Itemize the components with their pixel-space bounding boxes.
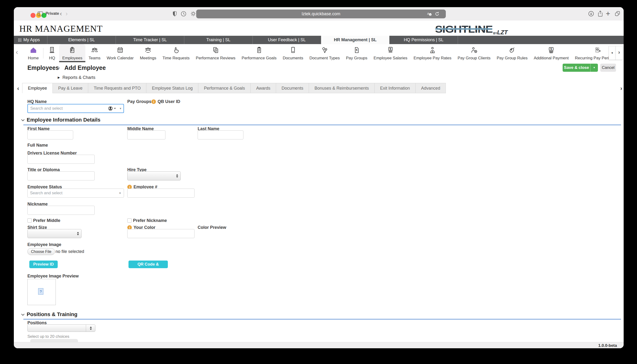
form-tab-documents[interactable]: Documents (276, 83, 309, 93)
employee-status-caret-icon[interactable] (119, 192, 121, 194)
save-and-close-button[interactable]: Save & close (562, 64, 590, 72)
settings-gear-icon[interactable] (190, 10, 196, 17)
employee-status-input[interactable] (28, 188, 124, 198)
prefer-nickname-checkbox[interactable] (127, 218, 132, 223)
page-additional-payment[interactable]: $ Additional Payment (531, 44, 572, 62)
form-tab-advanced[interactable]: Advanced (415, 83, 446, 93)
back-icon[interactable] (60, 10, 62, 18)
browser-chrome: Private lztek.quickbase.com Aa (14, 7, 624, 21)
page-documents[interactable]: Documents (280, 44, 306, 62)
positions-stepper[interactable] (86, 325, 95, 332)
hq-name-dropdown-caret-icon[interactable] (119, 107, 122, 110)
reload-icon[interactable] (434, 12, 440, 18)
hq-user-picker-icon[interactable] (108, 106, 116, 112)
tabs-overview-icon[interactable] (614, 10, 621, 17)
section-collapse-icon[interactable] (21, 313, 25, 317)
nickname-input[interactable] (28, 206, 95, 215)
form-tab-pay-leave[interactable]: Pay & Leave (52, 83, 88, 93)
page-teams[interactable]: Teams (85, 44, 104, 62)
translate-icon[interactable]: Aa (427, 12, 432, 18)
form-tab-employee-status-log[interactable]: Employee Status Log (146, 83, 198, 93)
section-underline (23, 319, 621, 320)
prefer-middle-checkbox[interactable] (28, 218, 32, 223)
form-tab-exit-information[interactable]: Exit Information (374, 83, 416, 93)
breadcrumb-separator (58, 65, 60, 70)
form-tab-time-requests-pto[interactable]: Time Requests and PTO (88, 83, 146, 93)
page-overflow-caret-button[interactable] (609, 46, 616, 60)
scroll-right-icon[interactable] (616, 46, 623, 60)
hire-type-select[interactable] (127, 172, 181, 180)
qr-code-employee-button[interactable]: QR Code & Employee # (128, 260, 168, 268)
tab-user-feedback[interactable]: User Feedback | SL (253, 36, 321, 44)
page-hq[interactable]: HQ (45, 44, 59, 62)
preview-id-card-button[interactable]: Preview ID Card (29, 260, 58, 268)
svg-text:$: $ (550, 47, 552, 50)
page-pay-group-rules[interactable]: Pay Group Rules (494, 44, 531, 62)
page-document-types[interactable]: Document Types (306, 44, 343, 62)
history-clock-icon[interactable] (180, 11, 187, 17)
scroll-left-icon[interactable] (16, 48, 18, 56)
positions-select[interactable] (28, 324, 95, 332)
page-work-calendar[interactable]: Work Calendar (104, 44, 137, 62)
logo-lzt: LZT (497, 29, 508, 36)
form-tab-performance-goals[interactable]: Performance & Goals (198, 83, 250, 93)
page-time-requests[interactable]: Time Requests (160, 44, 193, 62)
id-badge-icon (68, 46, 76, 55)
employee-number-input[interactable] (127, 188, 194, 198)
page-employee-pay-rates[interactable]: $ Employee Pay Rates (410, 44, 455, 62)
form-tab-bonuses[interactable]: Bonuses & Reimbursements (309, 83, 374, 93)
share-icon[interactable] (597, 10, 604, 17)
form-tabs-scroll-left-icon[interactable] (17, 85, 19, 92)
form-tab-awards[interactable]: Awards (250, 83, 276, 93)
tab-hr-management[interactable]: HR Management | SL (321, 36, 390, 44)
tab-training[interactable]: Training | SL (184, 36, 253, 44)
payment-card-icon: $ (547, 46, 555, 55)
address-bar[interactable]: lztek.quickbase.com Aa (196, 10, 446, 18)
download-icon[interactable] (588, 10, 594, 17)
tab-time-tracker[interactable]: Time Tracker | SL (116, 36, 184, 44)
page-employee-salaries[interactable]: $ Employee Salaries (370, 44, 410, 62)
page-meetings[interactable]: Meetings (137, 44, 160, 62)
last-name-input[interactable] (198, 130, 244, 140)
drivers-license-input[interactable] (28, 155, 95, 164)
page-performance-reviews[interactable]: Performance Reviews (193, 44, 238, 62)
page-pay-group-clients[interactable]: Pay Group Clients (455, 44, 494, 62)
tab-my-apps[interactable]: My Apps (14, 36, 48, 44)
positions-help-text: Select up to 20 choices (28, 334, 69, 339)
choose-file-button[interactable]: Choose File (28, 248, 55, 255)
page-home[interactable]: Home (25, 44, 42, 62)
cancel-button[interactable]: Cancel (600, 64, 616, 72)
money-doc-icon: $ (352, 46, 361, 55)
page-pay-groups[interactable]: $ Pay Groups (343, 44, 370, 62)
tab-elements[interactable]: Elements | SL (48, 36, 116, 44)
sidebar-icon[interactable] (37, 11, 44, 17)
pointing-hand-icon (172, 46, 180, 55)
private-label: Private (46, 11, 59, 16)
form-tabs-scroll-right-icon[interactable] (620, 85, 622, 92)
save-options-caret-button[interactable] (590, 64, 598, 72)
tab-label: My Apps (23, 38, 40, 42)
first-name-input[interactable] (28, 130, 73, 140)
page-employees[interactable]: Employees (59, 44, 85, 62)
reports-and-charts-link[interactable]: Reports & Charts (62, 75, 95, 80)
macos-screen: Private lztek.quickbase.com Aa (0, 0, 637, 364)
new-tab-icon[interactable]: + (606, 10, 610, 17)
middle-name-input[interactable] (127, 130, 166, 140)
breadcrumb-parent[interactable]: Employees (28, 64, 59, 71)
title-or-diploma-input[interactable] (28, 172, 95, 180)
section-collapse-icon[interactable] (21, 118, 25, 122)
page-performance-goals[interactable]: Performance Goals (239, 44, 280, 62)
svg-text:$: $ (432, 50, 433, 53)
color-preview-label: Color Preview (198, 225, 226, 230)
shirt-size-select[interactable] (28, 229, 82, 238)
form-tab-employee[interactable]: Employee (22, 83, 53, 93)
shield-icon[interactable] (172, 10, 178, 17)
page-company-unique-dropdowns[interactable]: Company Unique Dro... (623, 44, 624, 62)
qb-user-id-info-icon[interactable] (152, 100, 156, 104)
forward-icon[interactable] (66, 10, 68, 18)
your-color-input[interactable] (127, 229, 194, 238)
tab-label: HQ Permissions | SL (404, 38, 444, 42)
close-window-button[interactable] (30, 13, 36, 18)
tab-hq-permissions[interactable]: HQ Permissions | SL (390, 36, 458, 44)
reports-caret-icon[interactable] (58, 76, 60, 79)
